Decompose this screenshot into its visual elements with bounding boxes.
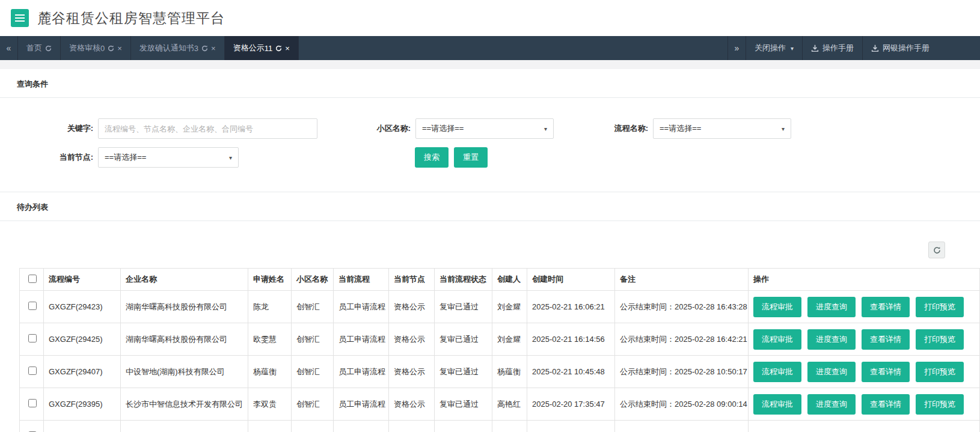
cell-applicant: 欧雯慧: [248, 323, 292, 356]
cell-node: 资格公示: [389, 388, 435, 421]
current-node-select[interactable]: ==请选择== ▾: [98, 147, 239, 168]
print-preview-button[interactable]: 打印预览: [916, 362, 964, 382]
refresh-tab-icon[interactable]: [201, 45, 208, 52]
view-details-button[interactable]: 查看详情: [862, 329, 910, 350]
bank-operation-manual-link[interactable]: 网银操作手册: [862, 36, 938, 60]
cell-applicant: 李双贵: [248, 388, 292, 421]
print-preview-button[interactable]: 打印预览: [916, 297, 964, 317]
progress-query-button[interactable]: 进度查询: [807, 362, 856, 382]
view-details-button[interactable]: 查看详情: [862, 297, 910, 317]
cell-node: 资格公示: [389, 291, 435, 323]
flow-approve-button[interactable]: 流程审批: [753, 329, 801, 350]
progress-query-button[interactable]: 进度查询: [807, 329, 856, 350]
community-select-value: ==请选择==: [422, 123, 464, 134]
table-row-partial: [20, 421, 980, 432]
row-checkbox[interactable]: [28, 367, 37, 375]
bank-operation-manual-label: 网银操作手册: [883, 43, 929, 53]
cell-remark: 公示结束时间：2025-02-28 16:43:28: [615, 291, 749, 323]
tabs-scroll-right-icon[interactable]: »: [727, 36, 746, 60]
flow-approve-button[interactable]: 流程审批: [753, 297, 801, 317]
row-checkbox[interactable]: [28, 399, 37, 407]
progress-query-button[interactable]: 进度查询: [807, 297, 856, 317]
cell-node: 资格公示: [389, 356, 435, 388]
flow-approve-button[interactable]: 流程审批: [753, 394, 801, 415]
tab-label: 发放确认通知书: [139, 43, 194, 53]
cell-flow: 员工申请流程: [334, 323, 389, 356]
cell-created: 2025-02-21 10:45:48: [527, 356, 615, 388]
header-node: 当前节点: [389, 269, 435, 291]
chevron-down-icon: ▾: [782, 126, 785, 132]
close-operations-dropdown[interactable]: 关闭操作 ▾: [746, 36, 802, 60]
table-toolbar: [0, 221, 980, 268]
refresh-tab-icon[interactable]: [275, 45, 282, 52]
cell-created: 2025-02-21 16:14:56: [527, 323, 615, 356]
community-select[interactable]: ==请选择== ▾: [415, 118, 554, 139]
download-icon: [871, 44, 879, 52]
cell-flow-no: GXGZF(29407): [44, 356, 121, 388]
cell-remark: 公示结束时间：2025-02-28 09:00:14: [615, 388, 749, 421]
view-details-button[interactable]: 查看详情: [862, 394, 910, 415]
cell-status: 复审已通过: [435, 323, 492, 356]
keyword-input[interactable]: [98, 118, 317, 139]
cell-status: 复审已通过: [435, 356, 492, 388]
row-checkbox[interactable]: [28, 302, 37, 310]
menu-toggle-button[interactable]: [11, 9, 29, 27]
close-tab-icon[interactable]: ×: [211, 44, 216, 53]
header-remark: 备注: [615, 269, 749, 291]
table-row: GXGZF(29425) 湖南华曙高科技股份有限公司 欧雯慧 创智汇 员工申请流…: [20, 323, 980, 356]
refresh-icon: [933, 246, 941, 254]
tab-qualification-publicity[interactable]: 资格公示11 ×: [225, 36, 299, 60]
todo-table: 流程编号 企业名称 申请姓名 小区名称 当前流程 当前节点 当前流程状态 创建人…: [19, 268, 980, 432]
cell-applicant: 陈龙: [248, 291, 292, 323]
tab-issue-confirmation-notice[interactable]: 发放确认通知书3 ×: [131, 36, 225, 60]
progress-query-button[interactable]: 进度查询: [807, 394, 856, 415]
refresh-tab-icon[interactable]: [108, 45, 114, 52]
print-preview-button[interactable]: 打印预览: [916, 394, 964, 415]
cell-created: 2025-02-20 17:35:47: [527, 388, 615, 421]
close-tab-icon[interactable]: ×: [117, 44, 122, 53]
flow-name-label: 流程名称:: [554, 123, 648, 134]
cell-created: 2025-02-21 16:06:21: [527, 291, 615, 323]
app-header: 麓谷租赁公租房智慧管理平台: [0, 0, 980, 36]
operation-manual-label: 操作手册: [822, 43, 854, 53]
tab-qualification-review[interactable]: 资格审核0 ×: [61, 36, 131, 60]
tab-home[interactable]: 首页: [18, 36, 61, 60]
download-icon: [811, 44, 819, 52]
close-tab-icon[interactable]: ×: [285, 44, 290, 53]
row-checkbox[interactable]: [28, 334, 37, 342]
refresh-table-button[interactable]: [928, 242, 945, 258]
cell-creator: 杨蕴衡: [492, 356, 527, 388]
flow-name-select-value: ==请选择==: [660, 123, 701, 134]
tab-bar-right-actions: » 关闭操作 ▾ 操作手册 网银操作手册: [727, 36, 980, 60]
table-row: GXGZF(29395) 长沙市中智信息技术开发有限公司 李双贵 创智汇 员工申…: [20, 388, 980, 421]
tab-count: 11: [265, 44, 273, 53]
flow-name-select[interactable]: ==请选择== ▾: [653, 118, 791, 139]
search-button[interactable]: 搜索: [415, 147, 449, 168]
keyword-label: 关键字:: [17, 123, 93, 134]
flow-approve-button[interactable]: 流程审批: [753, 362, 801, 382]
cell-company: 中设智地(湖南)科技有限公司: [121, 356, 248, 388]
cell-creator: 刘金耀: [492, 291, 527, 323]
view-details-button[interactable]: 查看详情: [862, 362, 910, 382]
query-panel-title: 查询条件: [0, 69, 980, 98]
header-community: 小区名称: [292, 269, 334, 291]
refresh-tab-icon[interactable]: [45, 45, 52, 52]
cell-company: 长沙市中智信息技术开发有限公司: [121, 388, 248, 421]
select-all-checkbox[interactable]: [28, 275, 37, 283]
print-preview-button[interactable]: 打印预览: [916, 329, 964, 350]
header-applicant: 申请姓名: [248, 269, 292, 291]
content-panel: 查询条件 关键字: 小区名称: ==请选择== ▾ 流程名称: ==请选择== …: [0, 69, 980, 432]
cell-flow-no: GXGZF(29423): [44, 291, 121, 323]
operation-manual-link[interactable]: 操作手册: [802, 36, 862, 60]
tabs-scroll-left-icon[interactable]: «: [0, 36, 18, 60]
cell-creator: 刘金耀: [492, 323, 527, 356]
header-flow: 当前流程: [334, 269, 389, 291]
table-row: GXGZF(29423) 湖南华曙高科技股份有限公司 陈龙 创智汇 员工申请流程…: [20, 291, 980, 323]
close-operations-label: 关闭操作: [755, 43, 786, 53]
cell-remark: 公示结束时间：2025-02-28 16:42:21: [615, 323, 749, 356]
reset-button[interactable]: 重置: [454, 147, 488, 168]
header-flow-no: 流程编号: [44, 269, 121, 291]
chevron-down-icon: ▾: [544, 126, 547, 132]
cell-flow: 员工申请流程: [334, 356, 389, 388]
hamburger-icon: [15, 14, 25, 16]
